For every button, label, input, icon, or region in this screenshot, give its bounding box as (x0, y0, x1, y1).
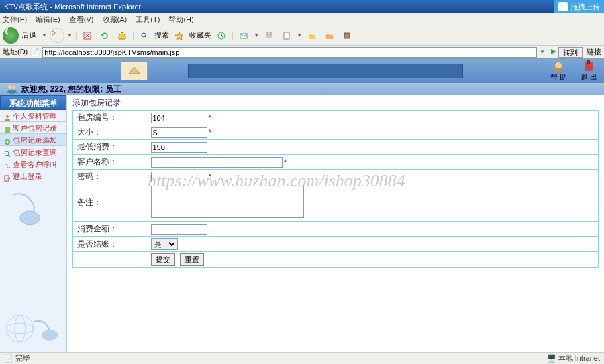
go-button[interactable]: 转到 (558, 47, 583, 58)
upload-badge[interactable]: 拖拽上传 (554, 0, 604, 13)
menubar: 文件(F) 编辑(E) 查看(V) 收藏(A) 工具(T) 帮助(H) (0, 13, 604, 25)
sidebar-item-room-add[interactable]: 包房记录添加 (0, 134, 66, 146)
edit-icon[interactable] (279, 28, 294, 43)
svg-point-13 (13, 86, 16, 90)
back-label: 后退 (21, 30, 36, 40)
welcome-bar: 欢迎您, 222, 您的权限: 员工 (0, 83, 604, 95)
min-cost-label: 最低消费： (73, 140, 147, 155)
mail-icon[interactable] (236, 28, 251, 43)
help-icon (550, 60, 566, 72)
size-input[interactable] (151, 127, 207, 138)
room-icon (4, 125, 11, 131)
svg-point-12 (8, 85, 12, 89)
sidebar-item-label: 包房记录查询 (13, 146, 57, 158)
favorites-icon[interactable] (172, 28, 187, 43)
home-icon[interactable] (115, 28, 130, 43)
back-dropdown-icon[interactable]: ▼ (42, 32, 47, 38)
fwd-dropdown-icon[interactable]: ▼ (67, 32, 72, 38)
search-icon[interactable] (137, 28, 152, 43)
query-icon (4, 149, 11, 156)
submit-button[interactable]: 提交 (151, 253, 175, 266)
window-titlebar: KTV点歌系统 - Microsoft Internet Explorer (0, 0, 604, 13)
folder-icon[interactable] (305, 28, 319, 43)
window-title: KTV点歌系统 - Microsoft Internet Explorer (4, 3, 141, 11)
done-icon: 📄 (4, 354, 13, 362)
go-icon (549, 47, 558, 58)
room-no-label: 包房编号： (73, 111, 147, 125)
remark-label: 备注： (73, 184, 147, 222)
svg-point-23 (7, 323, 34, 334)
favorites-label: 收藏夹 (189, 30, 211, 40)
password-input[interactable] (151, 172, 207, 182)
content-area: 添加包房记录 包房编号： * 大小： * 最低消费： 客户名称： * 密码： * (67, 95, 604, 352)
sidebar-item-label: 个人资料管理 (13, 110, 57, 122)
app-logo-icon (121, 62, 148, 80)
back-button[interactable] (3, 27, 19, 44)
zone-icon: 🖥️ (547, 354, 556, 362)
reset-button[interactable]: 重置 (180, 253, 204, 266)
svg-rect-11 (587, 60, 590, 64)
svg-point-24 (15, 315, 26, 342)
stop-icon[interactable] (80, 28, 95, 43)
history-icon[interactable] (214, 28, 229, 43)
svg-point-21 (20, 211, 40, 225)
toolbar: 后退 ▼ ▼ | | 搜索 收藏夹 | ▼ ▼ (0, 25, 604, 46)
tool-icon[interactable] (340, 28, 354, 43)
status-zone: 本地 Intranet (558, 354, 600, 362)
exit-link[interactable]: 退 出 (581, 60, 597, 82)
required-mark: * (284, 158, 287, 167)
url-input[interactable] (42, 47, 537, 58)
welcome-text: 欢迎您, 222, 您的权限: 员工 (21, 83, 121, 95)
required-mark: * (209, 113, 212, 123)
room-no-input[interactable] (151, 113, 207, 123)
mail-dropdown-icon[interactable]: ▼ (254, 32, 259, 38)
cloud-icon (558, 2, 568, 11)
sidebar-item-profile[interactable]: 个人资料管理 (0, 110, 66, 122)
svg-rect-4 (266, 34, 272, 38)
menu-edit[interactable]: 编辑(E) (36, 15, 60, 23)
menu-help[interactable]: 帮助(H) (168, 15, 193, 23)
url-dropdown-icon[interactable]: ▼ (540, 49, 545, 55)
sidebar-item-label: 查看客户呼叫 (13, 158, 57, 170)
sidebar-item-room-query[interactable]: 包房记录查询 (0, 146, 66, 158)
app-banner: 帮 助 退 出 (0, 59, 604, 83)
exit-label: 退 出 (581, 73, 597, 81)
refresh-icon[interactable] (97, 28, 112, 43)
profile-icon (4, 113, 11, 119)
amount-label: 消费金额： (73, 222, 147, 237)
page-title: 添加包房记录 (67, 95, 604, 110)
menu-tools[interactable]: 工具(T) (136, 15, 160, 23)
logout-icon (4, 173, 11, 180)
forward-button[interactable] (50, 28, 64, 43)
form-table: 包房编号： * 大小： * 最低消费： 客户名称： * 密码： * 备注： (72, 110, 599, 268)
password-label: 密码： (73, 170, 147, 184)
settled-select[interactable]: 是 (151, 238, 178, 250)
amount-input[interactable] (151, 224, 207, 235)
sidebar: 系统功能菜单 个人资料管理 客户包房记录 包房记录添加 包房记录查询 查看客户呼… (0, 95, 67, 352)
edit-dropdown-icon[interactable]: ▼ (297, 32, 302, 38)
help-label: 帮 助 (550, 73, 567, 81)
svg-rect-17 (5, 127, 10, 133)
help-link[interactable]: 帮 助 (550, 60, 567, 82)
badge-text: 拖拽上传 (570, 2, 600, 12)
sidebar-item-label: 客户包房记录 (13, 122, 57, 134)
cust-name-input[interactable] (151, 157, 283, 168)
settled-label: 是否结账： (73, 237, 147, 252)
sidebar-item-logout[interactable]: 退出登录 (0, 170, 66, 182)
menu-view[interactable]: 查看(V) (69, 15, 94, 23)
print-icon[interactable] (262, 28, 276, 43)
svg-point-16 (5, 119, 10, 121)
menu-file[interactable]: 文件(F) (3, 15, 27, 23)
globe-deco-icon (0, 308, 66, 349)
banner-search-input[interactable] (188, 64, 463, 78)
sidebar-item-customer-room[interactable]: 客户包房记录 (0, 122, 66, 134)
status-done: 完毕 (15, 354, 30, 362)
folder2-icon[interactable] (322, 28, 337, 43)
min-cost-input[interactable] (151, 142, 207, 153)
sidebar-item-customer-call[interactable]: 查看客户呼叫 (0, 158, 66, 170)
svg-point-25 (42, 330, 58, 341)
required-mark: * (209, 172, 212, 182)
mouse-deco-icon (0, 188, 66, 228)
remark-input[interactable] (151, 186, 304, 218)
menu-fav[interactable]: 收藏(A) (103, 15, 128, 23)
